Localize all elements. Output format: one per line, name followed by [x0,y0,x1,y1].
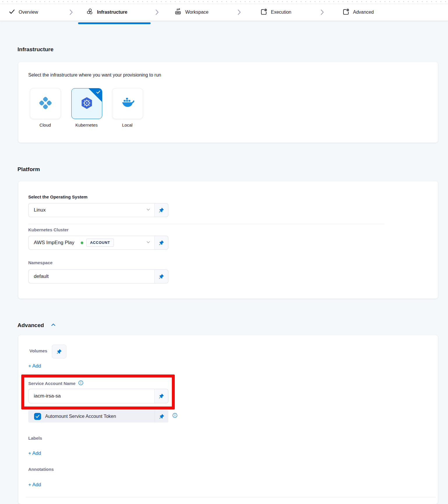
automount-pin-button[interactable] [155,410,168,423]
tab-execution-label: Execution [271,10,291,15]
infra-option-kubernetes-label: Kubernetes [71,123,102,127]
service-account-input[interactable] [34,393,151,399]
service-account-pin-button[interactable] [154,389,168,403]
infra-option-cloud-label: Cloud [30,123,60,127]
namespace-input[interactable] [34,274,151,279]
check-icon [9,8,15,16]
infrastructure-section-heading: Infrastructure [17,46,54,53]
service-account-field-row [28,389,168,403]
check-icon [36,415,40,418]
pin-icon [158,274,164,279]
advanced-section-heading: Advanced [17,322,44,329]
os-select[interactable]: Linux [28,203,168,217]
service-account-label: Service Account Name [28,381,75,386]
volumes-pin-button[interactable] [52,345,66,359]
infra-option-local-label: Local [112,123,142,127]
info-icon[interactable] [78,380,84,387]
cluster-pin-button[interactable] [154,236,168,250]
pin-icon [159,414,165,419]
infra-option-cloud[interactable] [30,88,61,119]
connector-status-dot [81,242,83,244]
pin-icon [158,207,164,213]
cluster-select-label: Kubernetes Cluster [28,227,68,233]
infra-option-kubernetes[interactable] [71,88,102,119]
chevron-right-icon [69,4,73,21]
automount-row: Automount Service Account Token [28,410,168,423]
tab-infrastructure[interactable]: Infrastructure [86,4,127,21]
os-pin-button[interactable] [154,203,168,217]
namespace-field-row [28,269,168,283]
platform-section-heading: Platform [17,166,40,173]
cluster-select[interactable]: AWS ImpEng Play ACCOUNT [28,236,168,250]
advanced-section-header: Advanced [17,322,57,329]
chevron-right-icon [155,4,159,21]
check-icon [96,90,100,94]
tab-infrastructure-label: Infrastructure [97,10,127,15]
tab-overview[interactable]: Overview [9,4,38,21]
pin-icon [56,349,62,354]
tab-overview-label: Overview [19,10,38,15]
os-select-label: Select the Operating System [28,194,87,200]
cloud-provider-icon [39,96,52,111]
automount-checkbox[interactable] [34,413,41,420]
labels-label: Labels [28,435,42,441]
info-icon[interactable] [172,413,178,419]
pin-icon [158,240,164,246]
gear-square-icon [342,8,350,17]
tab-advanced-label: Advanced [353,10,374,15]
tab-workspace[interactable]: Workspace [174,4,209,21]
kubernetes-icon [80,96,94,111]
automount-label: Automount Service Account Token [45,414,116,419]
chevron-right-icon [320,4,324,21]
window-drag-strip [0,0,448,4]
infrastructure-prompt: Select the infrastructure where you want… [28,72,161,78]
form-divider [26,497,436,497]
chevron-down-icon [146,239,151,246]
stepper-tab-bar: Overview Infrastructure [0,0,448,21]
namespace-pin-button[interactable] [154,269,168,283]
infrastructure-card: Select the infrastructure where you want… [18,62,438,143]
hexagons-icon [86,8,94,17]
advanced-card: Volumes + Add Service Account Name Autom… [18,335,438,504]
docker-icon [121,96,134,111]
tab-advanced[interactable]: Advanced [342,4,374,21]
annotations-label: Annotations [28,466,54,472]
stack-icon [174,8,182,17]
infra-option-local[interactable] [112,88,143,119]
add-volume-button[interactable]: + Add [28,363,41,369]
chevron-down-icon [146,207,151,213]
collapse-chevron-up-icon[interactable] [50,322,57,329]
platform-card: Select the Operating System Linux Kubern… [18,181,438,299]
gear-square-icon [260,8,267,17]
pin-icon [158,393,164,399]
add-label-button[interactable]: + Add [28,450,41,456]
cluster-select-value: AWS ImpEng Play [34,240,74,246]
tab-workspace-label: Workspace [185,10,209,15]
add-annotation-button[interactable]: + Add [28,482,41,488]
chevron-right-icon [237,4,241,21]
os-select-value: Linux [34,207,46,213]
service-account-label-row: Service Account Name [28,380,84,387]
tab-execution[interactable]: Execution [260,4,291,21]
form-divider [28,224,384,224]
namespace-label: Namespace [28,260,52,265]
scope-badge: ACCOUNT [86,239,114,247]
volumes-label: Volumes [29,348,47,354]
active-tab-underline [78,22,151,24]
